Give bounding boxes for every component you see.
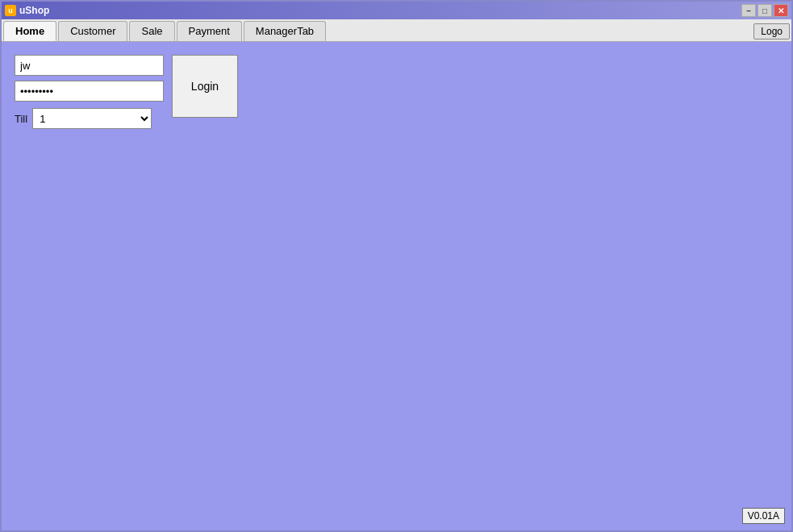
form-fields: Till 1 2 3 (15, 55, 164, 129)
version-badge: V0.01A (742, 508, 785, 524)
password-input[interactable] (15, 81, 164, 102)
close-button[interactable]: ✕ (774, 4, 788, 17)
title-controls: – □ ✕ (741, 4, 788, 17)
maximize-button[interactable]: □ (758, 4, 772, 17)
title-bar-left: u uShop (5, 5, 49, 16)
tab-managertab[interactable]: ManagerTab (244, 21, 326, 41)
app-window: u uShop – □ ✕ Home Customer Sale Payment… (0, 0, 793, 532)
username-input[interactable] (15, 55, 164, 76)
tab-payment[interactable]: Payment (177, 21, 242, 41)
till-label: Till (15, 113, 27, 125)
tab-sale[interactable]: Sale (129, 21, 174, 41)
menu-bar: Home Customer Sale Payment ManagerTab Lo… (2, 19, 791, 42)
login-form: Till 1 2 3 Login (15, 55, 778, 129)
till-select[interactable]: 1 2 3 (32, 108, 152, 129)
logo-button[interactable]: Logo (753, 23, 790, 39)
login-button[interactable]: Login (172, 55, 238, 118)
tab-customer[interactable]: Customer (58, 21, 127, 41)
content-area: Till 1 2 3 Login V0.01A (2, 42, 791, 530)
window-title: uShop (19, 5, 49, 16)
minimize-button[interactable]: – (741, 4, 756, 17)
tab-home[interactable]: Home (3, 21, 56, 41)
till-row: Till 1 2 3 (15, 108, 164, 129)
app-icon: u (5, 5, 16, 16)
title-bar: u uShop – □ ✕ (2, 2, 791, 19)
